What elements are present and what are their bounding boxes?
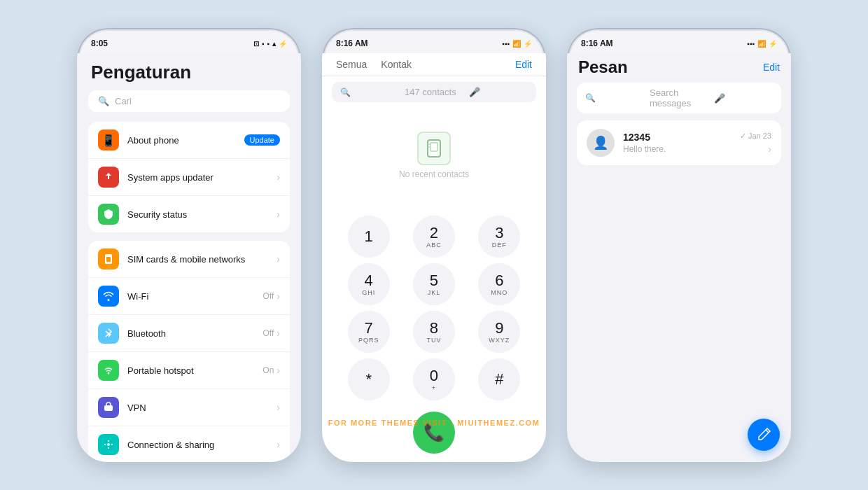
status-time: 8:16 AM xyxy=(336,38,368,48)
status-icons: ▪▪▪ 📶 ⚡ xyxy=(747,40,777,48)
sysupdate-icon xyxy=(98,167,119,188)
connection-icon xyxy=(98,434,119,455)
charge-icon: ⚡ xyxy=(279,40,287,48)
status-time: 8:05 xyxy=(91,38,108,48)
signal-icon: ▪▪▪ xyxy=(502,40,510,48)
contact-search-bar[interactable]: 🔍 147 contacts 🎤 xyxy=(332,82,536,102)
about-label: About phone xyxy=(127,135,236,146)
call-button[interactable]: 📞 xyxy=(413,412,455,454)
wifi-icon: 📶 xyxy=(512,40,521,48)
mic-icon[interactable]: 🎤 xyxy=(469,87,528,97)
bluetooth-label: Bluetooth xyxy=(127,328,255,339)
settings-item-bluetooth[interactable]: Bluetooth Off › xyxy=(88,315,290,352)
status-bar-settings: 8:05 ⊡ ▪ ▪ ▴ ⚡ xyxy=(77,28,301,53)
search-placeholder: Cari xyxy=(115,96,132,106)
dialer-tabs: Semua Kontak Edit xyxy=(322,53,546,76)
chevron-icon: › xyxy=(276,439,280,450)
hotspot-label: Portable hotspot xyxy=(127,365,254,376)
settings-search-bar[interactable]: 🔍 Cari xyxy=(88,90,290,112)
message-meta: ✓ Jan 23 › xyxy=(740,132,771,155)
dial-key-7[interactable]: 7PQRS xyxy=(348,311,390,353)
messages-header: Pesan Edit xyxy=(567,53,791,83)
search-placeholder: 147 contacts xyxy=(405,87,463,97)
settings-item-sysupdate[interactable]: System apps updater › xyxy=(88,159,290,196)
wifi-status: Off xyxy=(263,291,274,301)
security-icon xyxy=(98,204,119,225)
search-icon: 🔍 xyxy=(98,96,109,106)
signal2-icon: ▪ xyxy=(267,40,270,48)
wifi-right: Off › xyxy=(263,290,280,302)
compose-button[interactable] xyxy=(748,419,780,451)
settings-screen: Pengaturan 🔍 Cari 📱 About phone Update xyxy=(77,53,301,462)
battery-icon: ⚡ xyxy=(524,40,532,48)
dial-key-4[interactable]: 4GHI xyxy=(348,263,390,305)
dialer-screen: Semua Kontak Edit 🔍 147 contacts 🎤 xyxy=(322,53,546,462)
svg-point-4 xyxy=(107,443,110,446)
dial-key-8[interactable]: 8TUV xyxy=(413,311,455,353)
settings-item-connection[interactable]: Connection & sharing › xyxy=(88,426,290,462)
dial-key-2[interactable]: 2ABC xyxy=(413,216,455,258)
svg-point-2 xyxy=(108,372,110,374)
chevron-icon: › xyxy=(276,253,280,265)
about-icon: 📱 xyxy=(98,130,119,150)
dial-actions: 📞 xyxy=(322,406,546,462)
vpn-label: VPN xyxy=(127,402,268,413)
wifi-label: Wi-Fi xyxy=(127,291,255,302)
message-preview: Hello there. xyxy=(623,144,732,154)
settings-item-hotspot[interactable]: Portable hotspot On › xyxy=(88,352,290,389)
dial-key-3[interactable]: 3DEF xyxy=(478,216,520,258)
hotspot-status: On xyxy=(262,365,274,375)
settings-item-wifi[interactable]: Wi-Fi Off › xyxy=(88,278,290,315)
search-icon: 🔍 xyxy=(585,93,644,103)
phone-messages: 8:16 AM ▪▪▪ 📶 ⚡ Pesan Edit 🔍 Search mess… xyxy=(567,28,791,462)
svg-rect-1 xyxy=(106,257,111,262)
tab-semua[interactable]: Semua xyxy=(336,59,367,70)
svg-rect-3 xyxy=(104,405,113,411)
connection-label: Connection & sharing xyxy=(127,440,268,450)
no-contacts-area: No recent contacts xyxy=(322,108,546,210)
message-content: 12345 Hello there. xyxy=(623,132,732,154)
chevron-icon: › xyxy=(276,209,280,220)
signal-icon: ▪▪▪ xyxy=(747,40,755,48)
dial-key-6[interactable]: 6MNO xyxy=(478,263,520,305)
dial-key-1[interactable]: 1 xyxy=(348,216,390,258)
avatar: 👤 xyxy=(587,129,615,157)
sysupdate-label: System apps updater xyxy=(127,172,268,183)
dial-key-star[interactable]: * xyxy=(348,358,390,400)
message-item[interactable]: 👤 12345 Hello there. ✓ Jan 23 › xyxy=(577,120,781,165)
chevron-icon: › xyxy=(276,290,280,302)
dial-key-9[interactable]: 9WXYZ xyxy=(478,311,520,353)
tab-kontak[interactable]: Kontak xyxy=(381,59,412,70)
dial-key-hash[interactable]: # xyxy=(478,358,520,400)
status-bar-dialer: 8:16 AM ▪▪▪ 📶 ⚡ xyxy=(322,28,546,53)
dialer-edit-button[interactable]: Edit xyxy=(515,59,532,70)
hotspot-right: On › xyxy=(262,365,280,376)
vpn-icon xyxy=(98,397,119,418)
watermark: FOR MORE THEMES VISIT - MIUITHEMEZ.COM xyxy=(328,419,540,427)
chevron-icon: › xyxy=(276,402,280,413)
contact-name: 12345 xyxy=(623,132,732,143)
dial-key-0[interactable]: 0+ xyxy=(413,358,455,400)
dial-key-5[interactable]: 5JKL xyxy=(413,263,455,305)
wifi-icon: 📶 xyxy=(757,40,766,48)
messages-list: 👤 12345 Hello there. ✓ Jan 23 › xyxy=(567,120,791,462)
dialpad: 1 2ABC 3DEF 4GHI 5JKL 6MNO 7PQRS 8TUV 9W… xyxy=(322,210,546,406)
update-badge[interactable]: Update xyxy=(244,134,280,146)
phone-dialer: 8:16 AM ▪▪▪ 📶 ⚡ Semua Kontak Edit 🔍 147 … xyxy=(322,28,546,462)
status-bar-messages: 8:16 AM ▪▪▪ 📶 ⚡ xyxy=(567,28,791,53)
contact-book-icon xyxy=(417,132,451,165)
settings-item-vpn[interactable]: VPN › xyxy=(88,389,290,426)
mic-icon[interactable]: 🎤 xyxy=(714,93,773,104)
search-placeholder: Search messages xyxy=(650,88,708,108)
chevron-icon: › xyxy=(276,365,280,376)
status-icons: ▪▪▪ 📶 ⚡ xyxy=(502,40,532,48)
about-right: Update xyxy=(244,134,280,146)
chevron-icon: › xyxy=(276,328,280,339)
chevron-icon: › xyxy=(276,172,280,183)
settings-item-sim[interactable]: SIM cards & mobile networks › xyxy=(88,241,290,278)
settings-title: Pengaturan xyxy=(88,62,290,83)
messages-search-bar[interactable]: 🔍 Search messages 🎤 xyxy=(577,83,781,113)
settings-item-about[interactable]: 📱 About phone Update xyxy=(88,122,290,159)
settings-item-security[interactable]: Security status › xyxy=(88,196,290,232)
messages-edit-button[interactable]: Edit xyxy=(763,62,780,73)
